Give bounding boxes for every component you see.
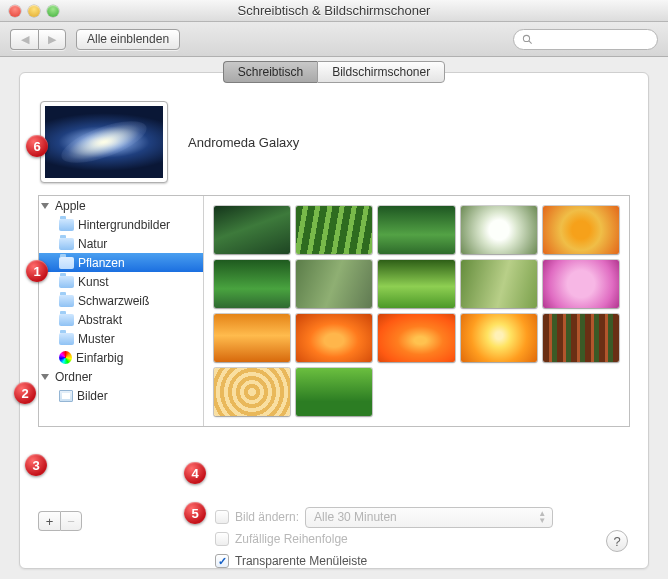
sidebar-item-label: Abstrakt: [78, 313, 122, 327]
tab-desktop-label: Schreibtisch: [238, 65, 303, 79]
forward-button[interactable]: ▶: [38, 29, 66, 50]
sidebar-item-label: Einfarbig: [76, 351, 123, 365]
help-button[interactable]: ?: [606, 530, 628, 552]
wallpaper-preview: [40, 101, 168, 183]
wallpaper-thumb[interactable]: [378, 206, 454, 254]
thumbnail-grid: [204, 196, 629, 426]
change-picture-checkbox[interactable]: [215, 510, 229, 524]
folder-icon: [59, 333, 74, 345]
search-input[interactable]: [513, 29, 658, 50]
sidebar-item-label: Schwarzweiß: [78, 294, 149, 308]
callout-5: 5: [184, 502, 206, 524]
sidebar-item-schwarzweiss[interactable]: Schwarzweiß: [39, 291, 203, 310]
folder-icon: [59, 257, 74, 269]
wallpaper-thumb[interactable]: [461, 206, 537, 254]
wallpaper-thumb[interactable]: [296, 314, 372, 362]
colorwheel-icon: [59, 351, 72, 364]
sidebar-item-pflanzen[interactable]: Pflanzen: [39, 253, 203, 272]
sidebar-item-kunst[interactable]: Kunst: [39, 272, 203, 291]
folder-icon: [59, 314, 74, 326]
sidebar-group-label: Apple: [55, 199, 86, 213]
sidebar-item-label: Hintergrundbilder: [78, 218, 170, 232]
folder-icon: [59, 295, 74, 307]
wallpaper-thumb[interactable]: [214, 260, 290, 308]
forward-arrow-icon: ▶: [48, 33, 56, 46]
callout-6: 6: [26, 135, 48, 157]
transparent-menubar-checkbox[interactable]: ✓: [215, 554, 229, 568]
wallpaper-thumb[interactable]: [461, 314, 537, 362]
disclosure-icon: [41, 203, 49, 209]
tab-screensaver-label: Bildschirmschoner: [332, 65, 430, 79]
tab-bar: Schreibtisch Bildschirmschoner: [20, 61, 648, 83]
pictures-folder-icon: [59, 390, 73, 402]
popup-arrows-icon: ▲▼: [538, 510, 546, 524]
callout-1: 1: [26, 260, 48, 282]
wallpaper-thumb[interactable]: [214, 368, 290, 416]
sidebar-item-muster[interactable]: Muster: [39, 329, 203, 348]
wallpaper-thumb[interactable]: [543, 206, 619, 254]
sidebar-group-label: Ordner: [55, 370, 92, 384]
folder-icon: [59, 219, 74, 231]
sidebar-item-natur[interactable]: Natur: [39, 234, 203, 253]
sidebar-group-apple[interactable]: Apple: [39, 196, 203, 215]
wallpaper-thumb[interactable]: [543, 314, 619, 362]
back-button[interactable]: ◀: [10, 29, 38, 50]
change-picture-label: Bild ändern:: [235, 510, 299, 524]
window-title: Schreibtisch & Bildschirmschoner: [0, 3, 668, 18]
sidebar-item-label: Pflanzen: [78, 256, 125, 270]
preferences-panel: Schreibtisch Bildschirmschoner Andromeda…: [19, 72, 649, 569]
svg-line-1: [529, 40, 532, 43]
toolbar: ◀ ▶ Alle einblenden: [0, 22, 668, 57]
sidebar-item-bilder[interactable]: Bilder: [39, 386, 203, 405]
callout-3: 3: [25, 454, 47, 476]
wallpaper-thumb[interactable]: [214, 314, 290, 362]
change-interval-value: Alle 30 Minuten: [314, 510, 397, 524]
wallpaper-thumb[interactable]: [378, 314, 454, 362]
remove-folder-button[interactable]: −: [60, 511, 82, 531]
folder-icon: [59, 238, 74, 250]
sidebar-item-hintergrundbilder[interactable]: Hintergrundbilder: [39, 215, 203, 234]
wallpaper-thumb[interactable]: [461, 260, 537, 308]
wallpaper-thumb[interactable]: [296, 206, 372, 254]
wallpaper-thumb[interactable]: [543, 260, 619, 308]
sidebar-item-label: Bilder: [77, 389, 108, 403]
random-order-label: Zufällige Reihenfolge: [235, 532, 348, 546]
svg-point-0: [523, 35, 529, 41]
sidebar-item-label: Kunst: [78, 275, 109, 289]
sidebar-item-label: Muster: [78, 332, 115, 346]
tab-desktop[interactable]: Schreibtisch: [223, 61, 317, 83]
wallpaper-thumb[interactable]: [214, 206, 290, 254]
sidebar-item-einfarbig[interactable]: Einfarbig: [39, 348, 203, 367]
folder-icon: [59, 276, 74, 288]
plus-icon: +: [46, 514, 54, 529]
nav-segment: ◀ ▶: [10, 29, 66, 50]
sidebar-group-ordner[interactable]: Ordner: [39, 367, 203, 386]
change-interval-popup[interactable]: Alle 30 Minuten ▲▼: [305, 507, 553, 528]
tab-screensaver[interactable]: Bildschirmschoner: [317, 61, 445, 83]
disclosure-icon: [41, 374, 49, 380]
wallpaper-thumb[interactable]: [296, 260, 372, 308]
source-sidebar: Apple Hintergrundbilder Natur Pflanzen K…: [39, 196, 204, 426]
search-icon: [522, 34, 533, 45]
help-icon: ?: [613, 534, 620, 549]
show-all-button[interactable]: Alle einblenden: [76, 29, 180, 50]
transparent-menubar-label: Transparente Menüleiste: [235, 554, 367, 568]
sidebar-item-label: Natur: [78, 237, 107, 251]
random-order-checkbox[interactable]: [215, 532, 229, 546]
callout-4: 4: [184, 462, 206, 484]
minus-icon: −: [67, 514, 75, 529]
wallpaper-name: Andromeda Galaxy: [188, 135, 299, 150]
add-folder-button[interactable]: +: [38, 511, 60, 531]
wallpaper-thumb[interactable]: [378, 260, 454, 308]
show-all-label: Alle einblenden: [87, 32, 169, 46]
options-area: Bild ändern: Alle 30 Minuten ▲▼ Zufällig…: [215, 506, 628, 572]
wallpaper-thumb[interactable]: [296, 368, 372, 416]
sidebar-item-abstrakt[interactable]: Abstrakt: [39, 310, 203, 329]
back-arrow-icon: ◀: [21, 33, 29, 46]
titlebar: Schreibtisch & Bildschirmschoner: [0, 0, 668, 22]
callout-2: 2: [14, 382, 36, 404]
